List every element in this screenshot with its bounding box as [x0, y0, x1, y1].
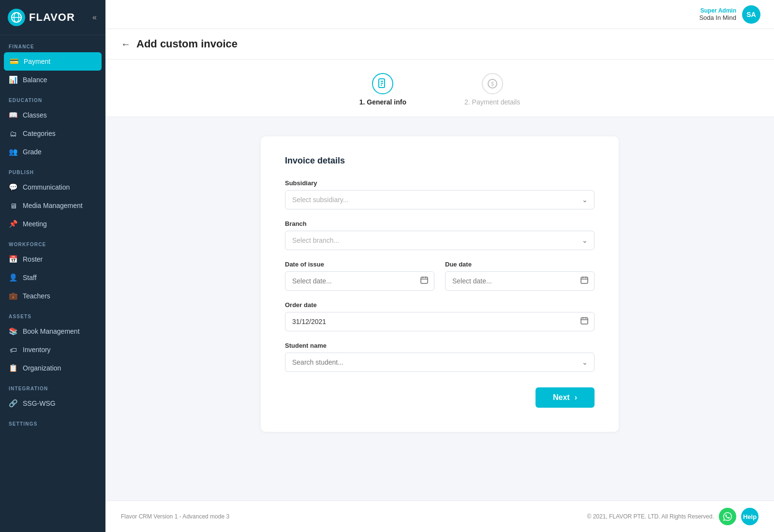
sidebar-item-label-grade: Grade — [23, 148, 42, 156]
form-card: Invoice details Subsidiary Select subsid… — [261, 136, 619, 432]
user-company: Soda In Mind — [699, 14, 736, 21]
sidebar-item-categories[interactable]: 🗂Categories — [0, 124, 105, 143]
footer: Flavor CRM Version 1 - Advanced mode 3 ©… — [105, 501, 774, 532]
sidebar-item-balance[interactable]: 📊Balance — [0, 71, 105, 89]
form-section-title: Invoice details — [285, 156, 595, 166]
sidebar-item-classes[interactable]: 📖Classes — [0, 106, 105, 124]
whatsapp-button[interactable] — [719, 508, 736, 525]
inventory-icon: 🏷 — [9, 345, 17, 354]
subsidiary-label: Subsidiary — [285, 179, 595, 187]
sidebar-item-payment[interactable]: 💳Payment — [4, 52, 102, 71]
student-name-label: Student name — [285, 342, 595, 349]
sidebar-item-organization[interactable]: 📋Organization — [0, 359, 105, 377]
help-label: Help — [743, 513, 757, 520]
logo-icon — [8, 9, 25, 26]
branch-label: Branch — [285, 220, 595, 227]
sidebar-item-label-classes: Classes — [23, 111, 47, 119]
sidebar-item-inventory[interactable]: 🏷Inventory — [0, 340, 105, 359]
collapse-button[interactable]: « — [92, 13, 97, 22]
due-date-wrapper[interactable] — [445, 271, 595, 291]
order-date-group: Order date — [285, 301, 595, 331]
payment-icon: 💳 — [10, 57, 18, 66]
sidebar-section-assets: ASSETS — [0, 305, 105, 322]
sidebar-item-communication[interactable]: 💬Communication — [0, 178, 105, 196]
sidebar-section-finance: FINANCE — [0, 35, 105, 52]
subsidiary-select[interactable]: Select subsidiary... — [285, 190, 595, 209]
sidebar-item-label-book-management: Book Management — [23, 327, 80, 335]
next-button[interactable]: Next › — [536, 387, 595, 408]
sidebar-item-media-management[interactable]: 🖥Media Management — [0, 196, 105, 215]
sidebar-item-label-payment: Payment — [24, 58, 50, 65]
sidebar-logo: FLAVOR « — [0, 0, 105, 35]
date-of-issue-group: Date of issue — [285, 261, 434, 291]
logo-text: FLAVOR — [29, 11, 75, 24]
user-role: Super Admin — [699, 7, 736, 14]
avatar: SA — [742, 5, 760, 24]
sidebar-item-roster[interactable]: 📅Roster — [0, 250, 105, 268]
sidebar: FLAVOR « FINANCE💳Payment📊BalanceEDUCATIO… — [0, 0, 105, 532]
step-general-info: 1. General info — [359, 73, 406, 106]
due-date-input[interactable] — [445, 271, 595, 291]
sidebar-item-teachers[interactable]: 💼Teachers — [0, 287, 105, 305]
sidebar-item-label-roster: Roster — [23, 255, 43, 263]
next-arrow-icon: › — [575, 393, 577, 402]
page-header: ← Add custom invoice — [105, 29, 774, 59]
sidebar-item-label-balance: Balance — [23, 76, 47, 84]
student-name-group: Student name ⌄ — [285, 342, 595, 372]
sidebar-item-staff[interactable]: 👤Staff — [0, 268, 105, 287]
book-management-icon: 📚 — [9, 327, 17, 336]
sidebar-item-meeting[interactable]: 📌Meeting — [0, 215, 105, 233]
date-of-issue-label: Date of issue — [285, 261, 434, 268]
footer-actions: © 2021, FLAVOR PTE. LTD. All Rights Rese… — [587, 508, 759, 525]
organization-icon: 📋 — [9, 364, 17, 372]
teachers-icon: 💼 — [9, 292, 17, 300]
sidebar-item-grade[interactable]: 👥Grade — [0, 143, 105, 161]
page-title: Add custom invoice — [136, 38, 238, 50]
date-of-issue-input[interactable] — [285, 271, 434, 291]
sidebar-item-label-meeting: Meeting — [23, 220, 47, 228]
sidebar-item-label-media-management: Media Management — [23, 202, 83, 209]
sidebar-item-label-organization: Organization — [23, 364, 61, 372]
sidebar-item-label-ssg-wsg: SSG-WSG — [23, 399, 56, 407]
payment-details-icon: $ — [482, 73, 503, 94]
classes-icon: 📖 — [9, 111, 17, 119]
next-button-label: Next — [553, 393, 570, 402]
communication-icon: 💬 — [9, 183, 17, 192]
due-date-group: Due date — [445, 261, 595, 291]
branch-select-wrapper[interactable]: Select branch... ⌄ — [285, 231, 595, 250]
branch-select[interactable]: Select branch... — [285, 231, 595, 250]
footer-version: Flavor CRM Version 1 - Advanced mode 3 — [121, 513, 229, 520]
sidebar-section-workforce: WORKFORCE — [0, 233, 105, 250]
step-general-info-label: 1. General info — [359, 98, 406, 106]
subsidiary-select-wrapper[interactable]: Select subsidiary... ⌄ — [285, 190, 595, 209]
back-button[interactable]: ← — [121, 39, 131, 50]
meeting-icon: 📌 — [9, 220, 17, 228]
due-date-label: Due date — [445, 261, 595, 268]
page-area: ← Add custom invoice 1. General info — [105, 29, 774, 532]
sidebar-item-label-communication: Communication — [23, 183, 70, 191]
date-of-issue-wrapper[interactable] — [285, 271, 434, 291]
form-actions: Next › — [285, 387, 595, 408]
sidebar-item-book-management[interactable]: 📚Book Management — [0, 322, 105, 340]
sidebar-item-ssg-wsg[interactable]: 🔗SSG-WSG — [0, 394, 105, 413]
student-name-input[interactable] — [285, 353, 595, 372]
help-button[interactable]: Help — [741, 508, 759, 525]
student-name-wrapper[interactable]: ⌄ — [285, 353, 595, 372]
form-container: Invoice details Subsidiary Select subsid… — [105, 117, 774, 501]
media-management-icon: 🖥 — [9, 201, 17, 210]
general-info-icon — [372, 73, 393, 94]
staff-icon: 👤 — [9, 273, 17, 282]
step-payment-details-label: 2. Payment details — [464, 98, 520, 106]
roster-icon: 📅 — [9, 255, 17, 264]
sidebar-section-settings: SETTINGS — [0, 413, 105, 429]
sidebar-section-integration: INTEGRATION — [0, 377, 105, 394]
stepper: 1. General info $ 2. Payment details — [105, 59, 774, 117]
user-details: Super Admin Soda In Mind — [699, 7, 736, 21]
order-date-label: Order date — [285, 301, 595, 309]
order-date-input[interactable] — [285, 312, 595, 331]
svg-text:$: $ — [491, 81, 494, 87]
order-date-wrapper[interactable] — [285, 312, 595, 331]
topbar: Super Admin Soda In Mind SA — [105, 0, 774, 29]
sidebar-item-label-categories: Categories — [23, 130, 56, 137]
sidebar-item-label-teachers: Teachers — [23, 292, 50, 300]
